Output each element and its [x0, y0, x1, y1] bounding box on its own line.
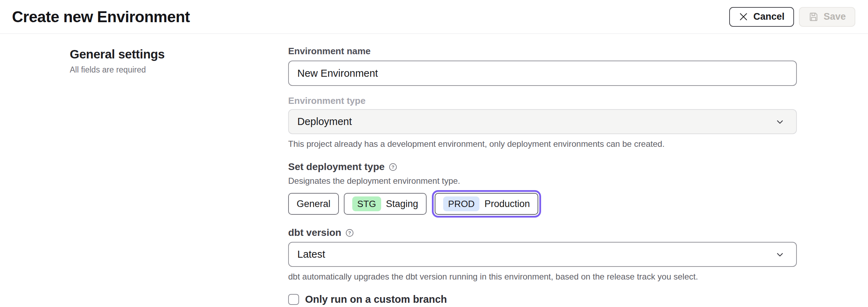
chevron-down-icon — [775, 117, 785, 127]
floppy-disk-icon — [808, 12, 819, 22]
option-general-label: General — [297, 199, 330, 209]
dbt-version-value: Latest — [297, 249, 325, 260]
save-button-label: Save — [824, 11, 846, 22]
environment-form: Environment name Environment type Deploy… — [288, 34, 797, 305]
deployment-type-option-staging[interactable]: STG Staging — [344, 193, 427, 215]
x-icon — [739, 12, 748, 21]
deployment-type-option-general[interactable]: General — [288, 193, 339, 215]
environment-name-input[interactable] — [288, 61, 797, 86]
dbt-version-select[interactable]: Latest — [288, 242, 797, 267]
deployment-type-description: Designates the deployment environment ty… — [288, 176, 797, 186]
section-info: General settings All fields are required — [0, 34, 288, 305]
option-staging-label: Staging — [386, 199, 418, 209]
custom-branch-row: Only run on a custom branch — [288, 294, 797, 305]
deployment-type-option-production[interactable]: PROD Production — [435, 193, 538, 215]
stg-badge: STG — [352, 196, 381, 211]
section-title: General settings — [70, 47, 267, 61]
environment-type-label: Environment type — [288, 95, 797, 106]
header-actions: Cancel Save — [729, 7, 855, 27]
environment-name-label: Environment name — [288, 46, 797, 56]
save-button[interactable]: Save — [799, 7, 855, 27]
dbt-version-label-row: dbt version ? — [288, 227, 797, 238]
option-production-label: Production — [484, 199, 530, 209]
cancel-button[interactable]: Cancel — [729, 7, 794, 27]
deployment-type-label-row: Set deployment type ? — [288, 162, 797, 172]
environment-type-value: Deployment — [297, 116, 352, 127]
deployment-type-options: General STG Staging PROD Production — [288, 193, 797, 215]
page-header: Create new Environment Cancel — [0, 0, 868, 34]
prod-badge: PROD — [443, 196, 479, 211]
dbt-version-helper: dbt automatically upgrades the dbt versi… — [288, 272, 797, 282]
custom-branch-checkbox[interactable] — [288, 294, 299, 305]
dbt-version-label: dbt version — [288, 227, 341, 238]
environment-type-select[interactable]: Deployment — [288, 109, 797, 134]
help-icon[interactable]: ? — [389, 163, 397, 171]
chevron-down-icon — [775, 250, 785, 259]
svg-text:?: ? — [348, 230, 351, 235]
environment-type-helper: This project already has a development e… — [288, 139, 797, 149]
deployment-type-label: Set deployment type — [288, 162, 385, 172]
cancel-button-label: Cancel — [753, 11, 785, 22]
help-icon[interactable]: ? — [345, 228, 354, 237]
main-content: General settings All fields are required… — [0, 34, 868, 305]
svg-text:?: ? — [391, 164, 394, 169]
custom-branch-label: Only run on a custom branch — [305, 294, 447, 305]
page-title: Create new Environment — [12, 8, 190, 26]
section-subtitle: All fields are required — [70, 65, 267, 75]
create-environment-page: Create new Environment Cancel — [0, 0, 868, 305]
